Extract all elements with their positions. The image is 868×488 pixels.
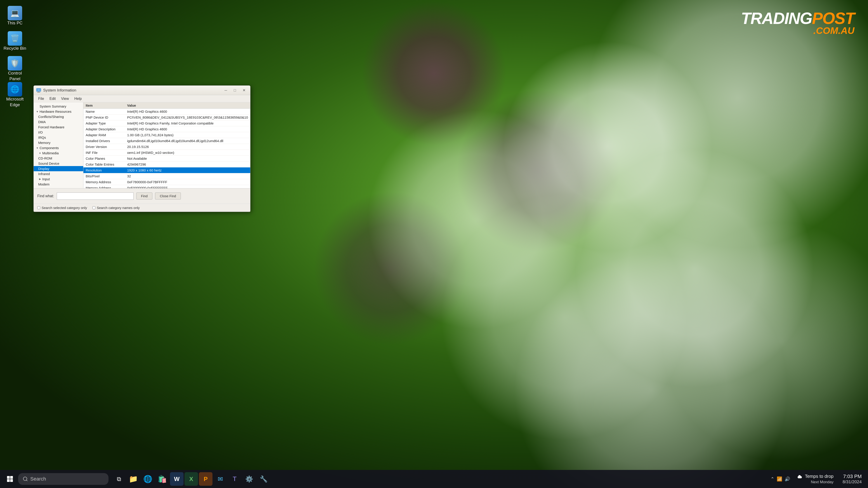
tree-display[interactable]: Display — [34, 166, 83, 171]
table-cell-value: 20.19.15.5126 — [125, 144, 250, 150]
tree-io[interactable]: I/O — [34, 130, 83, 135]
menu-file[interactable]: File — [35, 96, 47, 102]
svg-rect-6 — [7, 479, 10, 482]
taskbar-outlook[interactable]: ✉ — [213, 472, 227, 486]
clock[interactable]: 7:03 PM 8/31/2024 — [840, 473, 864, 485]
close-button[interactable]: ✕ — [240, 87, 248, 94]
tree-conflicts-sharing[interactable]: Conflicts/Sharing — [34, 114, 83, 119]
menu-help[interactable]: Help — [72, 96, 85, 102]
checkbox-selected-category-input[interactable] — [37, 206, 40, 209]
table-cell-item: Adapter RAM — [84, 132, 125, 138]
tree-dma[interactable]: DMA — [34, 119, 83, 125]
tree-input[interactable]: ▶ Input — [34, 176, 83, 182]
tree-sound-device[interactable]: Sound Device — [34, 161, 83, 166]
taskbar-excel[interactable]: X — [184, 472, 198, 486]
table-cell-value: Intel(R) HD Graphics 4600 — [125, 109, 250, 115]
tree-infrared[interactable]: Infrared — [34, 171, 83, 176]
tree-irqs[interactable]: IRQs — [34, 135, 83, 140]
tree-hardware-resources[interactable]: ▼ Hardware Resources — [34, 109, 83, 114]
menu-edit[interactable]: Edit — [47, 96, 59, 102]
menu-view[interactable]: View — [58, 96, 71, 102]
tree-system-summary[interactable]: System Summary — [34, 104, 83, 109]
table-cell-item: Color Planes — [84, 156, 125, 162]
taskbar-powerpoint[interactable]: P — [199, 472, 213, 486]
minimize-button[interactable]: ─ — [222, 87, 230, 94]
tree-toggle-hardware: ▼ — [35, 110, 39, 113]
tree-cd-rom[interactable]: CD-ROM — [34, 156, 83, 161]
table-row[interactable]: Resolution1920 x 1080 x 60 hertz — [84, 167, 250, 173]
taskbar-search-text: Search — [30, 476, 46, 482]
taskbar-settings[interactable]: ⚙️ — [242, 472, 256, 486]
table-row[interactable]: Memory Address0xF7800000-0xF7BFFFFF — [84, 179, 250, 185]
checkbox-category-names-input[interactable] — [92, 206, 95, 209]
maximize-button[interactable]: □ — [231, 87, 239, 94]
desktop-icon-this-pc[interactable]: 💻 This PC — [1, 4, 29, 28]
table-cell-item: Adapter Type — [84, 121, 125, 126]
taskbar-apps: ⧉ 📁 🌐 🛍️ W X P ✉ T — [112, 472, 270, 486]
table-row[interactable]: Color PlanesNot Available — [84, 156, 250, 162]
table-row[interactable]: Driver Version20.19.15.5126 — [84, 144, 250, 150]
tree-modem[interactable]: Modem — [34, 182, 83, 187]
svg-rect-1 — [38, 92, 39, 92]
tree-toggle-components: ▼ — [35, 146, 39, 150]
table-row[interactable]: Adapter DescriptionIntel(R) HD Graphics … — [84, 126, 250, 132]
taskbar: Search ⧉ 📁 🌐 🛍️ W X P — [0, 470, 868, 488]
content-pane[interactable]: Item Value NameIntel(R) HD Graphics 4600… — [84, 102, 250, 188]
recycle-bin-icon: 🗑️ — [8, 31, 22, 46]
close-find-button[interactable]: Close Find — [155, 193, 181, 199]
table-cell-item: INF File — [84, 150, 125, 156]
desktop-icon-control-panel[interactable]: 🛡️ Control Panel — [1, 54, 29, 84]
find-bar: Find what: Find Close Find — [34, 188, 250, 203]
taskbar-teams[interactable]: T — [228, 472, 241, 486]
taskbar-store[interactable]: 🛍️ — [156, 472, 169, 486]
table-row[interactable]: NameIntel(R) HD Graphics 4600 — [84, 109, 250, 115]
table-row[interactable]: INF Fileoem1.inf (iHSWD_w10 section) — [84, 150, 250, 156]
system-information-window: i System Information ─ □ ✕ File Edit Vie… — [33, 86, 250, 212]
window-app-icon: i — [36, 88, 41, 93]
table-cell-item: Adapter Description — [84, 126, 125, 132]
tree-pane[interactable]: System Summary ▼ Hardware Resources Conf… — [34, 102, 84, 188]
table-row[interactable]: Installed Driversigdumdim64.dll,igd10ium… — [84, 138, 250, 144]
table-cell-item: Installed Drivers — [84, 138, 125, 144]
start-button[interactable] — [4, 473, 16, 485]
this-pc-icon: 💻 — [8, 6, 22, 20]
tray-volume-icon[interactable]: 🔊 — [784, 476, 790, 482]
checkbox-selected-category[interactable]: Search selected category only — [37, 206, 87, 210]
taskbar-file-explorer[interactable]: 📁 — [127, 472, 140, 486]
window-content: System Summary ▼ Hardware Resources Conf… — [34, 102, 250, 188]
taskbar-edge[interactable]: 🌐 — [141, 472, 155, 486]
weather-widget[interactable]: Temps to drop Next Monday — [794, 473, 836, 485]
table-cell-value: Not Available — [125, 156, 250, 162]
logo-trading-text: TRADING — [741, 9, 812, 27]
tree-toggle-system-summary — [35, 105, 39, 108]
tree-forced-hardware[interactable]: Forced Hardware — [34, 125, 83, 130]
desktop-icon-edge[interactable]: 🌐 Microsoft Edge — [1, 80, 29, 109]
table-row[interactable]: Color Table Entries4294967296 — [84, 162, 250, 167]
table-row[interactable]: Adapter RAM1.00 GB (1,073,741,824 bytes) — [84, 132, 250, 138]
table-row[interactable]: Memory Address0xE0000000-0xEFFFFFFF — [84, 185, 250, 188]
svg-point-8 — [23, 477, 27, 481]
table-row[interactable]: Adapter TypeIntel(R) HD Graphics Family,… — [84, 121, 250, 126]
table-cell-item: Color Table Entries — [84, 162, 125, 167]
window-titlebar[interactable]: i System Information ─ □ ✕ — [34, 86, 250, 95]
tree-multimedia[interactable]: ▼ Multimedia — [34, 151, 83, 156]
taskbar-word[interactable]: W — [170, 472, 184, 486]
control-panel-label: Control Panel — [3, 70, 27, 82]
table-cell-item: Memory Address — [84, 185, 125, 188]
table-row[interactable]: PNP Device IDPCI\VEN_8086&DEV_0412&SUBSY… — [84, 115, 250, 121]
taskbar-search[interactable]: Search — [18, 473, 108, 485]
tree-memory[interactable]: Memory — [34, 140, 83, 145]
tradingpost-logo: TRADINGPOST .COM.AU — [741, 9, 855, 36]
col-value: Value — [125, 102, 250, 109]
checkbox-category-names[interactable]: Search category names only — [92, 206, 140, 210]
task-view-button[interactable]: ⧉ — [112, 472, 126, 486]
table-row[interactable]: Bits/Pixel32 — [84, 173, 250, 179]
tray-network-icon[interactable]: 📶 — [777, 476, 782, 482]
find-button[interactable]: Find — [136, 193, 152, 199]
desktop-icon-recycle-bin[interactable]: 🗑️ Recycle Bin — [1, 29, 29, 53]
svg-text:i: i — [38, 89, 39, 91]
find-input[interactable] — [57, 193, 133, 200]
tray-up-chevron[interactable]: ⌃ — [771, 476, 774, 482]
taskbar-extra-app[interactable]: 🔧 — [257, 472, 270, 486]
tree-components[interactable]: ▼ Components — [34, 145, 83, 151]
